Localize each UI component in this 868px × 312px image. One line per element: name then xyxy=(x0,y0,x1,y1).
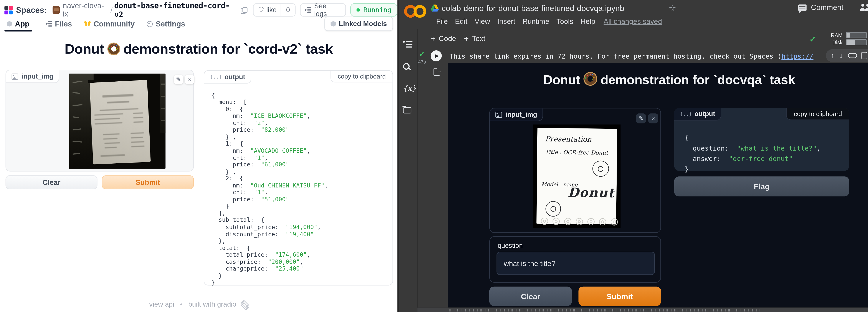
close-icon: × xyxy=(651,115,655,122)
share-people-icon[interactable] xyxy=(860,4,868,11)
submit-button[interactable]: Submit xyxy=(578,287,661,306)
handwriting-donut: Donut xyxy=(568,185,615,200)
receipt-paper xyxy=(89,79,151,165)
share-link[interactable]: https:// xyxy=(781,53,813,60)
gradio-iframe: Donutdemonstration for `docvqa` task inp… xyxy=(448,63,868,308)
built-with-gradio-link[interactable]: built with gradio xyxy=(188,300,236,308)
pencil-icon: ✎ xyxy=(176,76,181,83)
image-icon xyxy=(495,111,502,117)
running-badge[interactable]: Running xyxy=(351,3,398,16)
comment-icon xyxy=(798,4,807,11)
menu-tools[interactable]: Tools xyxy=(556,17,573,25)
plus-icon: + xyxy=(464,34,469,43)
move-cell-down-icon[interactable]: ↓ xyxy=(840,51,843,60)
open-in-tab-icon[interactable] xyxy=(433,68,440,76)
gradio-logo-icon xyxy=(241,302,248,307)
repo-name[interactable]: donut-base-finetuned-cord-v2 xyxy=(114,1,237,19)
colab-logo-icon[interactable] xyxy=(404,3,427,19)
connected-check-icon: ✓ xyxy=(809,34,816,44)
donut-doodle xyxy=(546,201,561,217)
colab-sidebar: {x} xyxy=(399,29,418,312)
raised-hands-icon xyxy=(84,21,91,27)
comment-button[interactable]: Comment xyxy=(798,3,843,11)
view-api-link[interactable]: view api xyxy=(149,300,174,308)
active-tab-underline xyxy=(4,30,32,31)
tab-community[interactable]: Community xyxy=(84,20,135,28)
question-input[interactable]: what is the title? xyxy=(497,252,655,275)
heart-icon: ♡ xyxy=(258,6,264,14)
clear-image-button[interactable]: × xyxy=(185,75,194,84)
tab-files[interactable]: Files xyxy=(42,20,72,28)
receipt-photo[interactable] xyxy=(69,74,166,169)
linked-models-button[interactable]: Linked Models xyxy=(324,16,393,31)
copy-to-clipboard-button[interactable]: copy to clipboard xyxy=(786,108,849,120)
ram-label: RAM xyxy=(827,32,842,38)
donut-icon xyxy=(107,42,120,55)
menu-help[interactable]: Help xyxy=(581,17,595,25)
status-dot xyxy=(357,8,360,11)
see-logs-button[interactable]: See logs xyxy=(300,3,346,16)
move-cell-up-icon[interactable]: ↑ xyxy=(831,51,835,60)
donut-icon xyxy=(583,72,597,86)
menu-edit[interactable]: Edit xyxy=(455,17,467,25)
org-avatar[interactable] xyxy=(52,6,60,14)
clear-image-button[interactable]: × xyxy=(648,113,658,124)
disk-meter[interactable] xyxy=(846,39,867,45)
donut-doodle xyxy=(592,161,609,177)
output-panel: {..} output copy to clipboard { menu: [ … xyxy=(204,70,393,285)
document-image[interactable]: Presentation Title : OCR-free Donut Mode… xyxy=(533,125,620,228)
link-to-cell-icon[interactable] xyxy=(848,53,857,58)
page-title: Donutdemonstration for `cord-v2` task xyxy=(0,41,398,57)
copy-to-clipboard-button[interactable]: copy to clipboard xyxy=(331,71,392,82)
like-button[interactable]: ♡ like 0 xyxy=(253,3,296,16)
app-icon xyxy=(7,21,12,27)
flag-button[interactable]: Flag xyxy=(674,176,849,196)
files-folder-icon[interactable] xyxy=(403,107,411,113)
files-icon xyxy=(46,21,52,27)
org-name-link[interactable]: naver-clova-ix xyxy=(63,2,109,18)
question-label: question xyxy=(498,242,523,249)
handwriting-presentation: Presentation xyxy=(545,135,592,143)
copy-repo-icon[interactable] xyxy=(241,7,246,13)
output-label: {..} output xyxy=(204,71,251,83)
table-of-contents-icon[interactable] xyxy=(403,41,412,48)
tab-app[interactable]: App xyxy=(7,20,30,28)
edit-image-button[interactable]: ✎ xyxy=(636,113,646,124)
question-panel: question what is the title? xyxy=(489,236,661,283)
edit-image-button[interactable]: ✎ xyxy=(174,75,183,84)
all-changes-saved[interactable]: All changes saved xyxy=(603,17,662,25)
ram-meter[interactable] xyxy=(846,32,867,38)
output-json: { question: "what is the title?", answer… xyxy=(685,133,821,175)
menu-file[interactable]: File xyxy=(436,17,448,25)
close-icon: × xyxy=(188,76,191,83)
add-text-button[interactable]: +Text xyxy=(464,34,485,43)
cell-exec-time: 47s xyxy=(418,59,426,65)
spaces-logo-icon[interactable] xyxy=(4,6,12,14)
run-cell-button[interactable]: ▶ xyxy=(431,50,442,61)
spaces-label[interactable]: Spaces: xyxy=(16,5,47,14)
menu-view[interactable]: View xyxy=(474,17,490,25)
clear-button[interactable]: Clear xyxy=(5,175,97,189)
tab-settings[interactable]: Settings xyxy=(147,20,185,28)
gradio-footer: view api • built with gradio xyxy=(0,300,398,308)
variables-icon[interactable]: {x} xyxy=(403,84,416,93)
add-code-button[interactable]: +Code xyxy=(431,34,456,43)
play-icon: ▶ xyxy=(435,53,439,59)
demo-title: Donutdemonstration for `docvqa` task xyxy=(489,72,849,87)
menu-insert[interactable]: Insert xyxy=(497,17,515,25)
plus-icon: + xyxy=(431,34,436,43)
notebook-title[interactable]: colab-demo-for-donut-base-finetuned-docv… xyxy=(442,4,624,13)
clipped-output-row xyxy=(417,308,868,312)
handwriting-title-line: Title : OCR-free Donut xyxy=(545,149,608,156)
star-icon[interactable]: ☆ xyxy=(669,3,676,13)
submit-button[interactable]: Submit xyxy=(102,175,194,189)
menubar: File Edit View Insert Runtime Tools Help… xyxy=(436,17,669,25)
screen: Spaces: naver-clova-ix / donut-base-fine… xyxy=(0,0,868,312)
output-label: {..} output xyxy=(674,108,721,120)
search-icon[interactable] xyxy=(403,63,411,71)
notebook-toolbar: +Code +Text ✓ RAM Disk ▾ xyxy=(417,29,868,49)
menu-runtime[interactable]: Runtime xyxy=(522,17,549,25)
disk-label: Disk xyxy=(827,39,842,45)
clear-button[interactable]: Clear xyxy=(489,287,572,306)
partial-toolbar-icon[interactable] xyxy=(861,52,867,59)
